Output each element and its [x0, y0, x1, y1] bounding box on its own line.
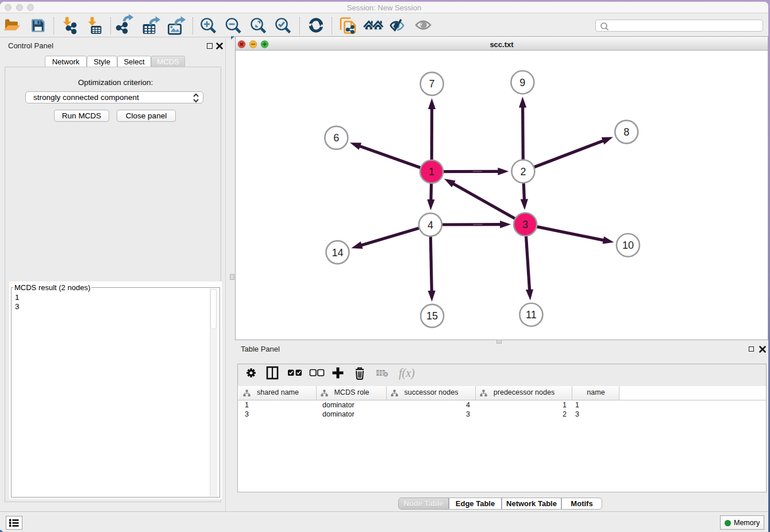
svg-text:14: 14 — [332, 247, 343, 259]
svg-text:9: 9 — [519, 77, 525, 88]
svg-text:15: 15 — [426, 310, 438, 322]
svg-text:7: 7 — [429, 78, 435, 90]
svg-text:6: 6 — [333, 132, 339, 144]
svg-text:4: 4 — [428, 219, 433, 231]
svg-text:8: 8 — [623, 126, 629, 138]
svg-text:f(x): f(x) — [399, 367, 415, 380]
svg-text:2: 2 — [520, 166, 526, 178]
svg-text:10: 10 — [622, 240, 634, 251]
svg-text:11: 11 — [526, 309, 537, 321]
svg-text:3: 3 — [522, 219, 528, 230]
svg-text:1: 1 — [429, 166, 434, 178]
